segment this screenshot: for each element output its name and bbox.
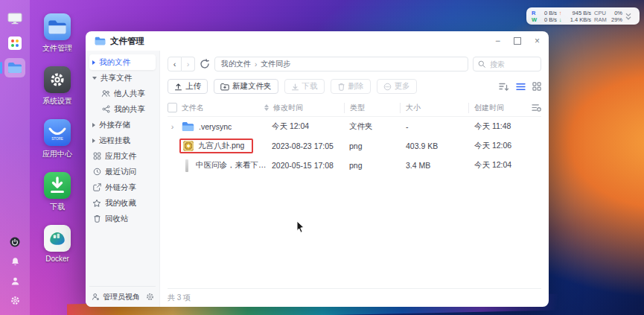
chevron-down-icon[interactable]: [625, 12, 632, 21]
sidebar-item-label: 应用文件: [105, 151, 136, 162]
write-label: W: [532, 16, 538, 23]
upload-button[interactable]: 上传: [168, 79, 208, 94]
desktop-icons: 文件管理 系统设置 STORE 应用中心 下载 Docker: [30, 0, 85, 276]
cpu-value: 0%: [609, 10, 622, 16]
svg-text:STORE: STORE: [51, 137, 63, 141]
grid-view-icon[interactable]: [532, 82, 541, 91]
read-value: 0 B/s: [538, 10, 557, 16]
sidebar-item-external-storage[interactable]: 外接存储: [89, 117, 156, 133]
breadcrumb[interactable]: 我的文件 › 文件同步: [214, 57, 468, 71]
minimize-button[interactable]: −: [495, 36, 500, 46]
sidebar-item-external-links[interactable]: 外链分享: [89, 179, 156, 195]
new-folder-button[interactable]: 新建文件夹: [214, 79, 278, 94]
star-icon: [92, 199, 101, 208]
sidebar-item-app-files[interactable]: 应用文件: [89, 148, 156, 164]
sidebar-item-shared-files[interactable]: 共享文件: [89, 70, 156, 86]
folder-icon: [95, 36, 106, 45]
app-launcher-button[interactable]: [4, 34, 25, 53]
file-type: 文件夹: [343, 121, 400, 132]
file-modified: 今天 12:04: [272, 121, 343, 132]
user-icon: [10, 276, 20, 286]
file-name[interactable]: 中医问诊，来看下舌头，珍藏版舌...: [196, 160, 272, 171]
desktop-icon-label: 系统设置: [42, 96, 72, 106]
navigation-bar: ‹ › 我的文件 › 文件同步: [168, 55, 541, 73]
view-mode-label[interactable]: 管理员视角: [103, 292, 140, 302]
table-row[interactable]: 中医问诊，来看下舌头，珍藏版舌... 2020-05-15 17:08 png …: [168, 156, 541, 175]
file-size: 3.4 MB: [400, 161, 468, 170]
monitor-icon: [7, 13, 22, 25]
sort-icon[interactable]: [499, 82, 509, 91]
breadcrumb-segment[interactable]: 文件同步: [261, 59, 290, 69]
desktop-icon-download[interactable]: 下载: [44, 172, 71, 212]
desktop-icon-docker[interactable]: Docker: [44, 225, 71, 263]
sidebar-item-favorites[interactable]: 我的收藏: [89, 195, 156, 211]
desktop-icon-label: 下载: [50, 202, 65, 212]
notifications-button[interactable]: [7, 254, 23, 269]
more-button[interactable]: 更多: [377, 79, 417, 94]
desktop-icon-system-settings[interactable]: 系统设置: [42, 66, 72, 106]
delete-button[interactable]: 删除: [331, 79, 371, 94]
sidebar-item-label: 外接存储: [99, 120, 130, 130]
desktop-icon-file-manager[interactable]: 文件管理: [42, 13, 72, 54]
window-titlebar[interactable]: 文件管理 − ×: [86, 31, 549, 51]
folder-icon: [44, 13, 71, 40]
file-list-empty-area[interactable]: [168, 175, 541, 288]
forward-button[interactable]: ›: [182, 57, 195, 71]
taskbar-file-manager-button[interactable]: [4, 58, 25, 77]
file-created: 今天 12:06: [468, 141, 526, 151]
table-row[interactable]: › .verysync 今天 12:04 文件夹 - 今天 11:48: [168, 117, 541, 136]
power-button[interactable]: [7, 235, 23, 249]
sidebar-item-my-files[interactable]: 我的文件: [89, 54, 156, 70]
sidebar-item-shared-by-others[interactable]: 他人共享: [89, 86, 156, 101]
sidebar-item-label: 远程挂载: [99, 136, 130, 146]
folder-icon: [7, 62, 22, 74]
taskbar-settings-button[interactable]: [7, 293, 23, 308]
table-row[interactable]: 九宫八卦.png 2023-08-23 17:05 png 403.9 KB 今…: [168, 136, 541, 156]
desktop-icon-label: 文件管理: [42, 43, 72, 54]
select-all-checkbox[interactable]: [168, 103, 177, 112]
maximize-button[interactable]: [514, 37, 521, 45]
desktop-icon-app-center[interactable]: STORE 应用中心: [42, 119, 72, 159]
file-created: 今天 11:48: [468, 121, 526, 132]
write-value: 0 B/s: [538, 16, 557, 23]
bell-icon: [10, 257, 20, 267]
clock-icon: [92, 168, 101, 176]
status-bar: 共 3 项: [168, 288, 541, 307]
download-button[interactable]: 下载: [284, 79, 325, 94]
item-count: 共 3 项: [168, 293, 191, 303]
file-created: 今天 12:04: [468, 160, 526, 171]
system-monitor-widget[interactable]: R W 0 B/s 0 B/s ↑ ↓ 945 B/s 1.4 KB/s CPU…: [526, 7, 640, 25]
sidebar-item-label: 我的收藏: [105, 198, 136, 209]
sidebar-item-remote-mount[interactable]: 远程挂载: [89, 133, 156, 148]
sidebar-item-label: 我的文件: [99, 57, 130, 68]
file-name[interactable]: 九宫八卦.png: [198, 141, 244, 151]
sidebar-item-my-shares[interactable]: 我的共享: [89, 101, 156, 117]
list-view-icon[interactable]: [516, 83, 526, 91]
sidebar-item-recent[interactable]: 最近访问: [89, 164, 156, 179]
sort-arrows-icon[interactable]: [264, 104, 269, 111]
column-header-size[interactable]: 大小: [400, 103, 468, 113]
column-settings-icon[interactable]: [526, 104, 541, 112]
file-name[interactable]: .verysync: [199, 122, 232, 131]
column-header-type[interactable]: 类型: [344, 103, 401, 113]
sidebar-footer: 管理员视角: [89, 286, 156, 307]
refresh-icon[interactable]: [200, 59, 210, 69]
settings-icon[interactable]: [146, 293, 154, 301]
close-button[interactable]: ×: [535, 36, 540, 46]
read-label: R: [532, 10, 538, 16]
column-header-created[interactable]: 创建时间: [468, 103, 526, 113]
sidebar-item-label: 最近访问: [105, 167, 136, 177]
show-desktop-button[interactable]: [4, 9, 25, 28]
breadcrumb-segment[interactable]: 我的文件: [221, 59, 251, 69]
mouse-cursor: [296, 220, 305, 234]
expand-arrow-icon[interactable]: ›: [168, 122, 177, 131]
user-button[interactable]: [7, 273, 23, 288]
admin-user-icon: [91, 293, 100, 302]
column-header-name[interactable]: 文件名: [182, 103, 204, 113]
back-button[interactable]: ‹: [168, 57, 182, 71]
search-input[interactable]: [488, 60, 536, 69]
sidebar-item-recycle-bin[interactable]: 回收站: [89, 211, 156, 226]
chevron-right-icon: [92, 60, 95, 65]
search-field[interactable]: [473, 57, 541, 71]
column-header-modified[interactable]: 修改时间: [273, 103, 345, 113]
